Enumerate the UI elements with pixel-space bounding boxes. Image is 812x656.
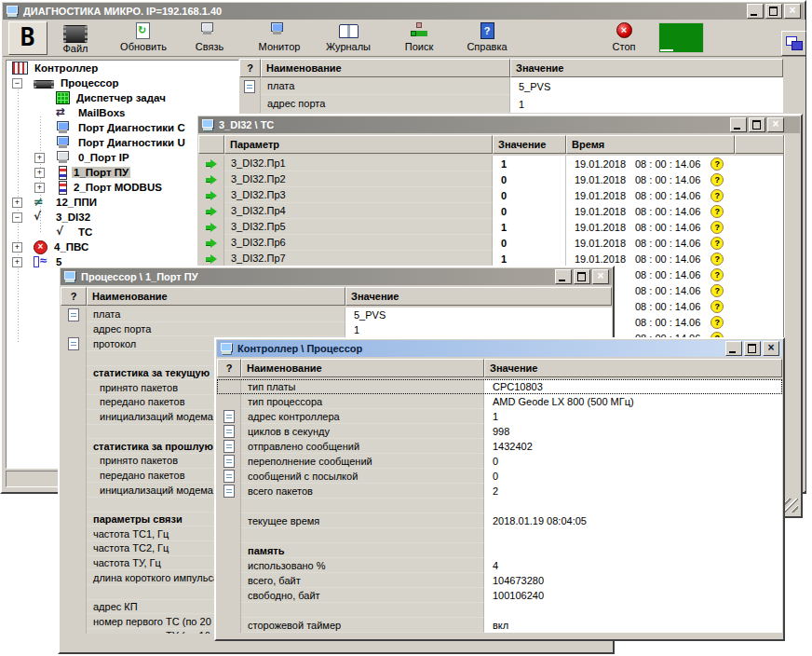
minimize-button[interactable]: [747, 4, 764, 19]
controller-title-bar: Контроллер \ Процессор: [217, 340, 782, 357]
row-value: [484, 543, 782, 558]
close-button[interactable]: [767, 117, 784, 132]
table-row[interactable]: адрес порта1: [239, 95, 783, 113]
row-icon-cell: [61, 469, 87, 484]
expand-icon[interactable]: +: [34, 153, 45, 163]
table-row[interactable]: [217, 528, 782, 543]
column-header-q[interactable]: ?: [217, 359, 241, 377]
column-header-name[interactable]: Наименование: [241, 359, 484, 377]
main-title-bar: ДИАГНОСТИКА МИКРО. IP=192.168.1.40: [3, 3, 804, 20]
row-icon-cell: [217, 424, 241, 439]
collapse-icon[interactable]: −: [12, 212, 22, 223]
table-row[interactable]: отправлено сообщений1432402: [217, 439, 782, 454]
maximize-button[interactable]: [744, 341, 761, 356]
table-row[interactable]: циклов в секунду998: [217, 424, 782, 439]
row-value: [484, 603, 782, 618]
table-row[interactable]: адрес порта1: [61, 322, 612, 337]
column-header-value[interactable]: Значение: [345, 287, 612, 306]
row-time: 08 : 00 : 14.06: [635, 190, 700, 201]
controller-table: тип платыCPC10803тип процессораAMD Geode…: [217, 379, 782, 635]
column-header-value[interactable]: Значение: [493, 135, 566, 154]
table-row[interactable]: память: [217, 543, 782, 558]
column-header-value[interactable]: Значение: [510, 59, 783, 77]
table-row[interactable]: [217, 603, 782, 618]
table-row[interactable]: [217, 499, 782, 513]
row-value: 104673280: [484, 573, 782, 588]
window-icon: [220, 343, 234, 355]
toolbar-button-Журналы[interactable]: Журналы: [316, 21, 381, 53]
row-icon-cell: [217, 528, 241, 543]
row-value: 100106240: [484, 588, 782, 603]
table-row[interactable]: тип процессораAMD Geode LX 800 (500 МГц): [217, 394, 782, 409]
table-row[interactable]: 3_DI32.Пр3019.01.201808 : 00 : 14.06: [198, 187, 785, 203]
column-header-name[interactable]: Наименование: [87, 287, 345, 306]
row-filler: [735, 266, 785, 282]
di32-title-bar: 3_DI32 \ ТС: [198, 116, 800, 133]
table-row[interactable]: 3_DI32.Пр2019.01.201808 : 00 : 14.06: [198, 171, 785, 187]
table-row[interactable]: 3_DI32.Пр5119.01.201808 : 00 : 14.06: [198, 219, 785, 235]
table-row[interactable]: плата5_PVS: [61, 308, 612, 322]
document-icon: [68, 308, 79, 321]
row-time: 08 : 00 : 14.06: [635, 317, 700, 328]
table-row[interactable]: сообщений с посылкой0: [217, 469, 782, 484]
row-value: 2018.01.19 08:04:05: [484, 513, 782, 528]
minimize-button[interactable]: [725, 341, 742, 356]
maximize-button[interactable]: [749, 117, 765, 132]
tree-item-Контроллер[interactable]: Контроллер: [7, 61, 238, 75]
table-row[interactable]: адрес контроллера1: [217, 409, 782, 424]
table-row[interactable]: 3_DI32.Пр4019.01.201808 : 00 : 14.06: [198, 203, 785, 219]
collapse-icon[interactable]: −: [12, 78, 22, 89]
row-icon-cell: [61, 380, 87, 395]
table-row[interactable]: 3_DI32.Пр1119.01.201808 : 00 : 14.06: [198, 156, 785, 171]
table-row[interactable]: текущее время2018.01.19 08:04:05: [217, 513, 782, 528]
row-label: память: [241, 543, 484, 558]
cascade-windows-button[interactable]: [781, 31, 806, 56]
table-row[interactable]: 3_DI32.Пр6019.01.201808 : 00 : 14.06: [198, 235, 785, 251]
expand-icon[interactable]: +: [34, 168, 45, 178]
column-header-q[interactable]: ?: [61, 287, 87, 306]
column-header-q[interactable]: ?: [239, 59, 261, 77]
close-button[interactable]: [763, 341, 779, 356]
column-header-value[interactable]: Значение: [484, 359, 782, 377]
column-header-time[interactable]: Время: [566, 135, 735, 154]
row-time: 08 : 00 : 14.06: [635, 269, 700, 280]
expand-icon[interactable]: +: [34, 183, 45, 193]
tree-item-Процессор[interactable]: −Процессор: [7, 75, 238, 90]
maximize-button[interactable]: [574, 269, 590, 284]
expand-icon[interactable]: +: [12, 257, 22, 267]
minimize-button[interactable]: [555, 269, 572, 284]
toolbar-button-Стоп[interactable]: Стоп: [599, 21, 649, 53]
table-row[interactable]: переполнение сообщений0: [217, 454, 782, 469]
column-header-param[interactable]: Параметр: [224, 135, 493, 154]
table-row[interactable]: 3_DI32.Пр7119.01.201808 : 00 : 14.06: [198, 251, 785, 266]
tree-item-Диспетчер задач[interactable]: Диспетчер задач: [7, 90, 238, 105]
expand-icon[interactable]: +: [12, 242, 22, 253]
toolbar-button-Обновить[interactable]: Обновить: [113, 21, 174, 53]
toolbar-button-Файл[interactable]: Файл: [55, 21, 96, 53]
table-row[interactable]: использовано %4: [217, 558, 782, 573]
table-row[interactable]: всего, байт104673280: [217, 573, 782, 588]
row-label: отправлено сообщений: [241, 439, 484, 454]
minimize-button[interactable]: [730, 117, 747, 132]
close-button[interactable]: [592, 269, 609, 284]
table-row[interactable]: тип платыCPC10803: [217, 379, 782, 394]
maximize-button[interactable]: [765, 4, 782, 19]
toolbar-button-Справка[interactable]: Справка: [456, 21, 518, 53]
vertical-scrollbar[interactable]: [783, 135, 800, 499]
row-date: 19.01.2018: [575, 174, 629, 185]
table-row[interactable]: свободно, байт100106240: [217, 588, 782, 603]
column-header-name[interactable]: Наименование: [261, 59, 510, 77]
table-row[interactable]: сторожевой таймервкл: [217, 618, 782, 633]
close-button[interactable]: [784, 4, 801, 19]
resize-grip[interactable]: [784, 499, 798, 512]
column-header-icon[interactable]: [198, 135, 224, 154]
toolbar-button-Связь[interactable]: Связь: [181, 21, 238, 53]
row-value: 0: [493, 203, 566, 219]
row-label: свободно, байт: [241, 588, 484, 603]
app-logo-button[interactable]: B: [8, 21, 47, 55]
toolbar-button-Монитор[interactable]: Монитор: [245, 21, 314, 53]
toolbar-button-Поиск[interactable]: Поиск: [394, 21, 444, 53]
expand-icon[interactable]: +: [12, 198, 22, 208]
table-row[interactable]: всего пакетов2: [217, 484, 782, 499]
table-row[interactable]: плата5_PVS: [239, 77, 783, 95]
